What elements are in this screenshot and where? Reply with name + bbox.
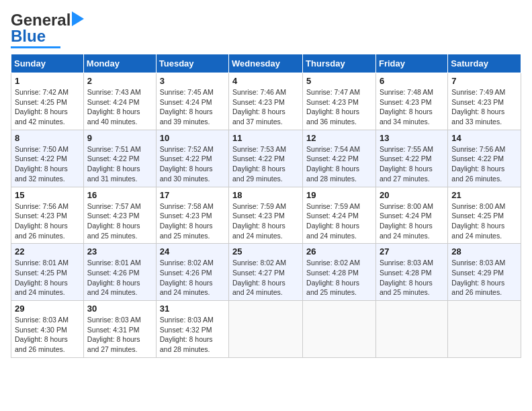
day-info: Sunrise: 8:02 AM Sunset: 4:27 PM Dayligh… xyxy=(232,258,299,298)
day-number: 28 xyxy=(451,246,517,257)
calendar-cell: 19 Sunrise: 7:59 AM Sunset: 4:24 PM Dayl… xyxy=(303,187,376,244)
day-number: 29 xyxy=(15,304,80,314)
day-header-saturday: Saturday xyxy=(448,54,521,73)
calendar-cell: 24 Sunrise: 8:02 AM Sunset: 4:26 PM Dayl… xyxy=(156,244,228,301)
day-info: Sunrise: 7:45 AM Sunset: 4:24 PM Dayligh… xyxy=(160,87,225,127)
day-number: 3 xyxy=(160,76,225,86)
day-number: 7 xyxy=(451,76,517,86)
calendar-header-row: SundayMondayTuesdayWednesdayThursdayFrid… xyxy=(11,54,521,73)
day-number: 22 xyxy=(15,246,80,257)
calendar-cell: 20 Sunrise: 8:00 AM Sunset: 4:24 PM Dayl… xyxy=(375,187,447,244)
calendar-cell: 22 Sunrise: 8:01 AM Sunset: 4:25 PM Dayl… xyxy=(11,244,84,301)
day-info: Sunrise: 8:03 AM Sunset: 4:32 PM Dayligh… xyxy=(160,315,225,355)
day-number: 23 xyxy=(87,246,152,257)
calendar-cell: 6 Sunrise: 7:48 AM Sunset: 4:23 PM Dayli… xyxy=(375,73,447,130)
day-info: Sunrise: 8:03 AM Sunset: 4:28 PM Dayligh… xyxy=(380,258,444,298)
calendar-week-3: 15 Sunrise: 7:56 AM Sunset: 4:23 PM Dayl… xyxy=(11,187,521,244)
day-info: Sunrise: 7:58 AM Sunset: 4:23 PM Dayligh… xyxy=(160,201,225,241)
day-header-tuesday: Tuesday xyxy=(156,54,228,73)
day-info: Sunrise: 7:42 AM Sunset: 4:25 PM Dayligh… xyxy=(15,87,80,127)
day-number: 26 xyxy=(306,246,372,257)
calendar-cell: 18 Sunrise: 7:59 AM Sunset: 4:23 PM Dayl… xyxy=(229,187,303,244)
day-number: 19 xyxy=(306,190,372,200)
day-number: 9 xyxy=(87,133,152,143)
page-header: General Blue xyxy=(11,11,521,48)
day-info: Sunrise: 7:43 AM Sunset: 4:24 PM Dayligh… xyxy=(87,87,152,127)
day-number: 21 xyxy=(451,190,517,200)
day-info: Sunrise: 7:59 AM Sunset: 4:23 PM Dayligh… xyxy=(232,201,299,241)
day-number: 16 xyxy=(87,190,152,200)
day-info: Sunrise: 7:47 AM Sunset: 4:23 PM Dayligh… xyxy=(306,87,372,127)
logo: General Blue xyxy=(11,11,89,48)
day-number: 1 xyxy=(15,76,80,86)
day-info: Sunrise: 7:49 AM Sunset: 4:23 PM Dayligh… xyxy=(451,87,517,127)
day-info: Sunrise: 7:53 AM Sunset: 4:22 PM Dayligh… xyxy=(232,144,299,184)
day-header-thursday: Thursday xyxy=(303,54,376,73)
calendar-cell: 28 Sunrise: 8:03 AM Sunset: 4:29 PM Dayl… xyxy=(448,244,521,301)
day-number: 24 xyxy=(160,246,225,257)
day-info: Sunrise: 7:55 AM Sunset: 4:22 PM Dayligh… xyxy=(380,144,444,184)
calendar-cell: 3 Sunrise: 7:45 AM Sunset: 4:24 PM Dayli… xyxy=(156,73,228,130)
day-info: Sunrise: 8:03 AM Sunset: 4:29 PM Dayligh… xyxy=(451,258,517,298)
day-number: 18 xyxy=(232,190,299,200)
calendar-cell: 29 Sunrise: 8:03 AM Sunset: 4:30 PM Dayl… xyxy=(11,301,84,358)
calendar-cell: 2 Sunrise: 7:43 AM Sunset: 4:24 PM Dayli… xyxy=(83,73,156,130)
day-info: Sunrise: 7:52 AM Sunset: 4:22 PM Dayligh… xyxy=(160,144,225,184)
day-number: 10 xyxy=(160,133,225,143)
calendar-cell: 27 Sunrise: 8:03 AM Sunset: 4:28 PM Dayl… xyxy=(375,244,447,301)
day-number: 5 xyxy=(306,76,372,86)
day-info: Sunrise: 7:50 AM Sunset: 4:22 PM Dayligh… xyxy=(15,144,80,184)
day-info: Sunrise: 8:01 AM Sunset: 4:26 PM Dayligh… xyxy=(87,258,152,298)
calendar-table: SundayMondayTuesdayWednesdayThursdayFrid… xyxy=(11,54,521,358)
calendar-cell: 15 Sunrise: 7:56 AM Sunset: 4:23 PM Dayl… xyxy=(11,187,84,244)
day-number: 31 xyxy=(160,304,225,314)
calendar-cell xyxy=(375,301,447,358)
calendar-cell xyxy=(303,301,376,358)
day-number: 2 xyxy=(87,76,152,86)
calendar-week-4: 22 Sunrise: 8:01 AM Sunset: 4:25 PM Dayl… xyxy=(11,244,521,301)
calendar-cell: 30 Sunrise: 8:03 AM Sunset: 4:31 PM Dayl… xyxy=(83,301,156,358)
day-number: 14 xyxy=(451,133,517,143)
calendar-cell: 13 Sunrise: 7:55 AM Sunset: 4:22 PM Dayl… xyxy=(375,130,447,187)
day-number: 12 xyxy=(306,133,372,143)
day-header-sunday: Sunday xyxy=(11,54,84,73)
calendar-cell: 17 Sunrise: 7:58 AM Sunset: 4:23 PM Dayl… xyxy=(156,187,228,244)
calendar-cell: 9 Sunrise: 7:51 AM Sunset: 4:22 PM Dayli… xyxy=(83,130,156,187)
calendar-cell: 16 Sunrise: 7:57 AM Sunset: 4:23 PM Dayl… xyxy=(83,187,156,244)
calendar-cell: 21 Sunrise: 8:00 AM Sunset: 4:25 PM Dayl… xyxy=(448,187,521,244)
day-header-friday: Friday xyxy=(375,54,447,73)
day-info: Sunrise: 8:02 AM Sunset: 4:28 PM Dayligh… xyxy=(306,258,372,298)
calendar-cell: 25 Sunrise: 8:02 AM Sunset: 4:27 PM Dayl… xyxy=(229,244,303,301)
day-info: Sunrise: 8:03 AM Sunset: 4:31 PM Dayligh… xyxy=(87,315,152,355)
calendar-week-1: 1 Sunrise: 7:42 AM Sunset: 4:25 PM Dayli… xyxy=(11,73,521,130)
day-number: 30 xyxy=(87,304,152,314)
day-number: 20 xyxy=(380,190,444,200)
day-info: Sunrise: 7:56 AM Sunset: 4:22 PM Dayligh… xyxy=(451,144,517,184)
calendar-cell: 5 Sunrise: 7:47 AM Sunset: 4:23 PM Dayli… xyxy=(303,73,376,130)
logo-arrow-icon xyxy=(72,11,89,26)
day-info: Sunrise: 7:56 AM Sunset: 4:23 PM Dayligh… xyxy=(15,201,80,241)
calendar-cell xyxy=(448,301,521,358)
calendar-body: 1 Sunrise: 7:42 AM Sunset: 4:25 PM Dayli… xyxy=(11,73,521,358)
day-number: 15 xyxy=(15,190,80,200)
day-number: 11 xyxy=(232,133,299,143)
day-info: Sunrise: 8:01 AM Sunset: 4:25 PM Dayligh… xyxy=(15,258,80,298)
calendar-cell: 12 Sunrise: 7:54 AM Sunset: 4:22 PM Dayl… xyxy=(303,130,376,187)
day-header-wednesday: Wednesday xyxy=(229,54,303,73)
day-number: 17 xyxy=(160,190,225,200)
calendar-cell: 31 Sunrise: 8:03 AM Sunset: 4:32 PM Dayl… xyxy=(156,301,228,358)
day-info: Sunrise: 7:54 AM Sunset: 4:22 PM Dayligh… xyxy=(306,144,372,184)
day-info: Sunrise: 7:57 AM Sunset: 4:23 PM Dayligh… xyxy=(87,201,152,241)
day-info: Sunrise: 7:48 AM Sunset: 4:23 PM Dayligh… xyxy=(380,87,444,127)
day-info: Sunrise: 8:00 AM Sunset: 4:25 PM Dayligh… xyxy=(451,201,517,241)
day-header-monday: Monday xyxy=(83,54,156,73)
day-number: 25 xyxy=(232,246,299,257)
day-info: Sunrise: 7:51 AM Sunset: 4:22 PM Dayligh… xyxy=(87,144,152,184)
day-number: 6 xyxy=(380,76,444,86)
calendar-cell: 1 Sunrise: 7:42 AM Sunset: 4:25 PM Dayli… xyxy=(11,73,84,130)
day-info: Sunrise: 7:59 AM Sunset: 4:24 PM Dayligh… xyxy=(306,201,372,241)
day-info: Sunrise: 7:46 AM Sunset: 4:23 PM Dayligh… xyxy=(232,87,299,127)
calendar-cell: 11 Sunrise: 7:53 AM Sunset: 4:22 PM Dayl… xyxy=(229,130,303,187)
logo-blue: Blue xyxy=(11,27,46,46)
day-info: Sunrise: 8:03 AM Sunset: 4:30 PM Dayligh… xyxy=(15,315,80,355)
